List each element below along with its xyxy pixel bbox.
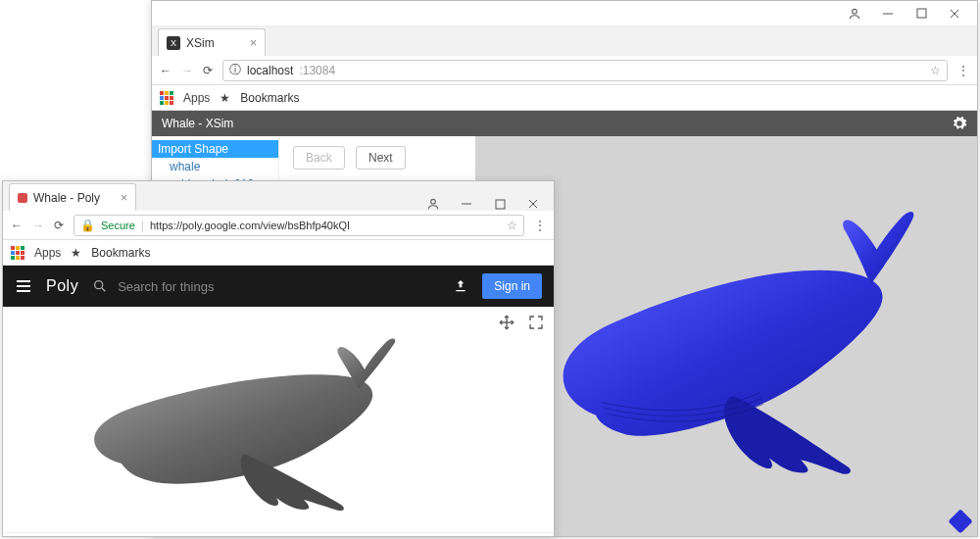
poly-app-bar: Poly Search for things Sign in (3, 266, 554, 307)
bookmarks-label[interactable]: Bookmarks (91, 246, 150, 260)
tab-title: XSim (186, 36, 215, 50)
nav-back-icon[interactable]: ← (11, 219, 23, 232)
hamburger-icon[interactable] (15, 277, 32, 295)
svg-point-16 (95, 281, 103, 289)
browser-tab[interactable]: X XSim × (158, 28, 266, 56)
url-host: localhost (247, 64, 293, 77)
whale-model-grey-icon (3, 307, 554, 532)
poly-window: Whale - Poly × ← → ⟳ 🔒 Secure | https://… (2, 180, 555, 537)
secure-label: Secure (101, 220, 135, 231)
nav-back-icon[interactable]: ← (160, 64, 172, 77)
close-icon[interactable] (526, 197, 540, 211)
tab-title: Whale - Poly (33, 191, 100, 205)
search-box[interactable]: Search for things (92, 278, 439, 294)
tree-node-whale[interactable]: whale (152, 158, 278, 175)
bookmark-star-solid-icon: ★ (71, 246, 81, 260)
nav-toolbar: ← → ⟳ ⓘ localhost:13084 ☆ ⋮ (152, 56, 977, 85)
svg-point-8 (431, 199, 436, 204)
nav-reload-icon[interactable]: ⟳ (203, 64, 213, 77)
upload-icon[interactable] (453, 278, 468, 294)
info-icon: ⓘ (229, 62, 241, 78)
signin-button[interactable]: Sign in (482, 273, 542, 299)
menu-icon[interactable]: ⋮ (534, 219, 546, 232)
maximize-icon[interactable] (493, 197, 507, 211)
tab-strip: X XSim × (152, 26, 977, 56)
tab-close-icon[interactable]: × (250, 36, 257, 50)
svg-line-17 (102, 288, 105, 291)
bookmark-star-icon[interactable]: ☆ (507, 219, 517, 232)
minimize-icon[interactable] (460, 197, 473, 211)
search-icon (92, 278, 108, 294)
menu-icon[interactable]: ⋮ (957, 64, 969, 77)
next-button[interactable]: Next (356, 146, 406, 170)
move-icon[interactable] (499, 315, 514, 330)
apps-label[interactable]: Apps (183, 91, 210, 105)
window-titlebar (152, 1, 977, 26)
browser-tab[interactable]: Whale - Poly × (9, 183, 136, 211)
search-placeholder: Search for things (118, 279, 214, 294)
nav-forward-icon[interactable]: → (32, 219, 44, 232)
tab-strip: Whale - Poly × (3, 181, 554, 211)
nav-reload-icon[interactable]: ⟳ (54, 219, 64, 232)
apps-icon[interactable] (11, 246, 24, 260)
url-text: https://poly.google.com/view/bsBhfp40kQI (150, 220, 350, 231)
poly-action-bar: Share Download Create GIF ••• (3, 532, 554, 539)
gear-icon[interactable] (952, 116, 967, 131)
poly-favicon-icon (18, 193, 27, 203)
xsim-app-bar: Whale - XSim (152, 111, 977, 136)
tree-root[interactable]: Import Shape (152, 140, 278, 158)
address-bar[interactable]: ⓘ localhost:13084 ☆ (222, 60, 948, 81)
apps-label[interactable]: Apps (34, 246, 61, 260)
xsim-favicon-icon: X (167, 36, 180, 50)
svg-rect-10 (496, 200, 505, 209)
close-icon[interactable] (948, 7, 961, 21)
fullscreen-icon[interactable] (528, 315, 544, 330)
url-port: :13084 (299, 64, 335, 77)
tab-close-icon[interactable]: × (121, 191, 127, 205)
nav-forward-icon[interactable]: → (181, 64, 193, 77)
bookmarks-bar: Apps ★ Bookmarks (3, 240, 554, 266)
account-icon[interactable] (426, 197, 440, 211)
bookmarks-label[interactable]: Bookmarks (240, 91, 299, 105)
account-icon[interactable] (848, 7, 861, 21)
poly-viewer[interactable] (3, 307, 554, 532)
maximize-icon[interactable] (914, 7, 928, 21)
nav-toolbar: ← → ⟳ 🔒 Secure | https://poly.google.com… (3, 211, 554, 240)
svg-rect-2 (917, 9, 926, 18)
bookmark-star-solid-icon: ★ (220, 91, 230, 105)
poly-logo[interactable]: Poly (46, 277, 78, 295)
apps-icon[interactable] (160, 91, 173, 105)
address-bar[interactable]: 🔒 Secure | https://poly.google.com/view/… (74, 215, 524, 236)
minimize-icon[interactable] (881, 7, 895, 21)
page-title: Whale - XSim (162, 117, 233, 130)
lock-icon: 🔒 (80, 219, 95, 232)
bookmark-star-icon[interactable]: ☆ (930, 64, 941, 77)
svg-point-0 (853, 9, 858, 14)
bookmarks-bar: Apps ★ Bookmarks (152, 85, 977, 111)
back-button[interactable]: Back (293, 146, 345, 170)
